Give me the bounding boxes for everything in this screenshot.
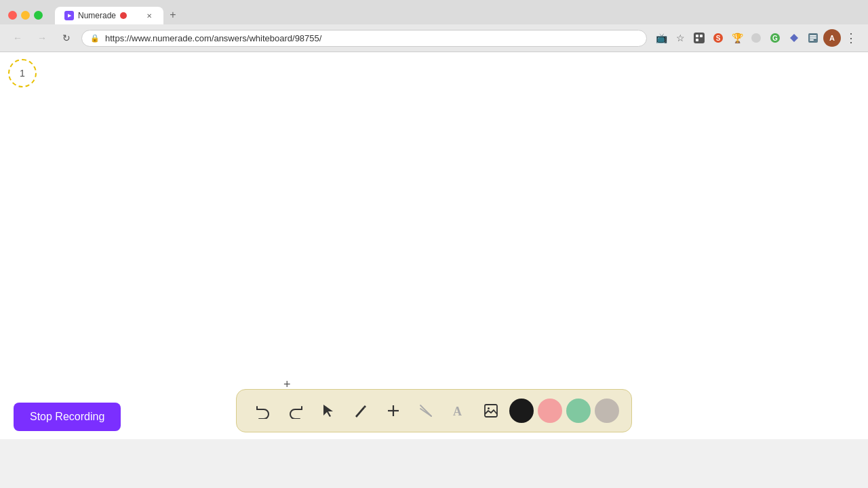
image-button[interactable] (477, 396, 505, 425)
close-traffic-light[interactable] (8, 11, 17, 20)
address-bar[interactable]: 🔒 https://www.numerade.com/answers/white… (81, 30, 647, 47)
extension-icons: 📺 ☆ S 🏆 (652, 29, 860, 47)
menu-button[interactable]: ⋮ (842, 29, 860, 47)
active-tab[interactable]: Numerade ✕ (55, 7, 163, 24)
minimize-traffic-light[interactable] (21, 11, 30, 20)
svg-rect-3 (696, 39, 698, 41)
svg-text:G: G (772, 35, 778, 42)
color-gray-button[interactable] (595, 399, 619, 423)
browser-chrome: Numerade ✕ + ← → ↻ 🔒 https://www.numerad… (0, 0, 868, 52)
svg-point-6 (751, 33, 761, 43)
page-number: 1 (20, 68, 25, 79)
svg-rect-0 (694, 33, 705, 43)
three-dots-icon: ⋮ (845, 30, 858, 45)
ext5-icon[interactable]: G (766, 29, 784, 47)
whiteboard-area[interactable]: 1 + Stop Recording (0, 52, 868, 439)
bookmark-icon[interactable]: ☆ (671, 29, 689, 47)
tab-close-button[interactable]: ✕ (144, 11, 154, 20)
forward-icon: → (37, 33, 47, 43)
color-green-button[interactable] (566, 399, 591, 423)
cast-icon[interactable]: 📺 (652, 29, 670, 47)
back-button[interactable]: ← (8, 28, 27, 47)
back-icon: ← (13, 33, 22, 43)
tab-title: Numerade (78, 11, 116, 20)
pen-tool-button[interactable] (347, 396, 375, 425)
text-button[interactable]: A (444, 396, 473, 425)
stop-recording-button[interactable]: Stop Recording (14, 403, 121, 431)
url-text: https://www.numerade.com/answers/whitebo… (105, 33, 638, 43)
svg-rect-1 (696, 35, 698, 37)
nav-bar: ← → ↻ 🔒 https://www.numerade.com/answers… (0, 24, 868, 52)
tab-favicon-icon (64, 11, 74, 20)
ext6-icon[interactable] (785, 29, 803, 47)
reload-button[interactable]: ↻ (57, 28, 76, 47)
bottom-toolbar: A (236, 389, 632, 432)
svg-rect-19 (485, 405, 497, 417)
select-tool-button[interactable] (314, 396, 342, 425)
reload-icon: ↻ (62, 33, 71, 43)
color-black-button[interactable] (509, 399, 534, 423)
lock-icon: 🔒 (90, 34, 100, 43)
ext1-icon[interactable] (690, 29, 708, 47)
color-pink-button[interactable] (538, 399, 562, 423)
svg-text:A: A (453, 405, 462, 418)
svg-rect-10 (810, 35, 816, 37)
new-tab-button[interactable]: + (163, 5, 182, 24)
undo-button[interactable] (249, 396, 277, 425)
maximize-traffic-light[interactable] (34, 11, 43, 20)
svg-line-17 (420, 409, 431, 416)
eraser-button[interactable] (412, 396, 440, 425)
traffic-lights (8, 11, 43, 20)
ext2-icon[interactable]: S (709, 29, 727, 47)
tab-recording-dot (120, 12, 127, 19)
ext7-icon[interactable] (804, 29, 822, 47)
svg-rect-12 (810, 39, 814, 41)
redo-button[interactable] (281, 396, 310, 425)
forward-button[interactable]: → (33, 28, 52, 47)
svg-text:S: S (716, 35, 721, 42)
page-indicator: 1 (8, 59, 37, 87)
ext3-icon[interactable]: 🏆 (728, 29, 746, 47)
svg-point-20 (488, 407, 490, 409)
add-button[interactable] (379, 396, 408, 425)
ext4-icon[interactable] (747, 29, 765, 47)
title-bar: Numerade ✕ + (0, 0, 868, 24)
profile-icon[interactable]: A (823, 29, 841, 47)
svg-marker-13 (323, 405, 333, 417)
svg-rect-2 (700, 35, 703, 37)
tabs-bar: Numerade ✕ + (55, 5, 860, 24)
svg-rect-11 (810, 37, 816, 39)
